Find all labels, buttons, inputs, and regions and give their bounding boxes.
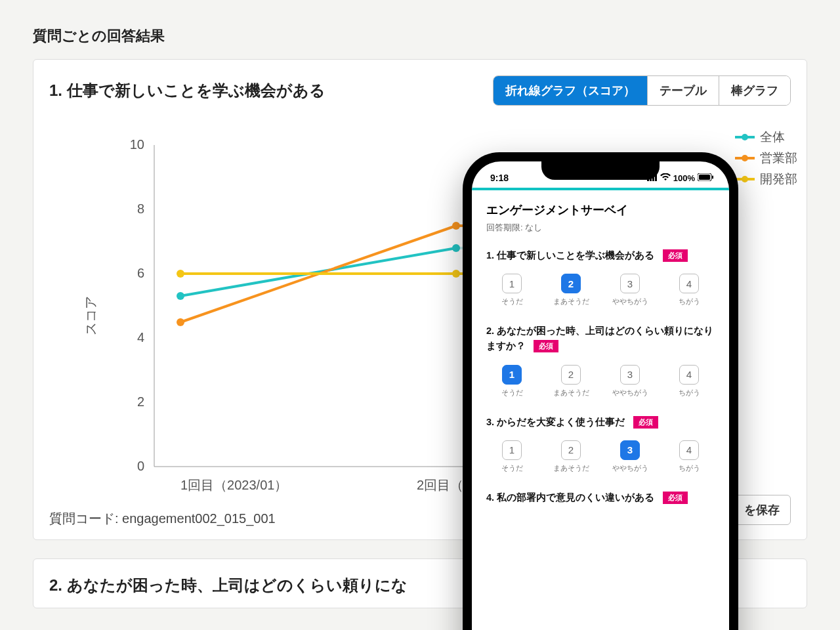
- survey-q1-text: 1. 仕事で新しいことを学ぶ機会がある: [486, 250, 654, 261]
- legend-label-sales: 営業部: [760, 150, 797, 167]
- wifi-icon: [660, 173, 671, 183]
- y-axis-label: スコア: [83, 296, 98, 335]
- required-badge: 必須: [534, 340, 558, 352]
- phone-notch: [541, 161, 660, 180]
- svg-text:1回目（2023/01）: 1回目（2023/01）: [180, 478, 287, 492]
- legend-swatch-all: [735, 136, 755, 138]
- battery-icon: [698, 173, 713, 183]
- svg-text:6: 6: [137, 266, 144, 280]
- svg-text:0: 0: [137, 459, 144, 473]
- survey-q4-text: 4. 私の部署内で意見のくい違いがある: [486, 492, 654, 503]
- svg-text:4: 4: [137, 330, 144, 345]
- svg-rect-25: [712, 175, 713, 178]
- tab-bar[interactable]: 棒グラフ: [719, 76, 790, 105]
- chart-legend: 全体 営業部 開発部: [735, 129, 797, 192]
- page-title: 質問ごとの回答結果: [33, 26, 807, 46]
- survey-q2: 2. あなたが困った時、上司はどのくらい頼りになりますか？ 必須 1そうだ 2ま…: [486, 324, 715, 397]
- q2-opt-3[interactable]: 3: [620, 365, 640, 385]
- phone-mockup: 9:18 100% エンゲージメントサーベイ 回答期限: なし 1. 仕事で新し…: [463, 152, 738, 630]
- tab-line[interactable]: 折れ線グラフ（スコア）: [494, 76, 647, 105]
- svg-point-16: [177, 270, 184, 278]
- q3-opt-2[interactable]: 2: [561, 440, 581, 460]
- battery-text: 100%: [673, 173, 695, 183]
- legend-swatch-sales: [735, 157, 755, 159]
- q1-opt-3[interactable]: 3: [620, 274, 640, 293]
- q2-opt-1[interactable]: 1: [502, 365, 522, 385]
- svg-text:2: 2: [137, 394, 144, 409]
- tab-table[interactable]: テーブル: [647, 76, 719, 105]
- svg-rect-24: [699, 175, 710, 180]
- svg-text:8: 8: [137, 201, 144, 216]
- phone-time: 9:18: [490, 173, 509, 183]
- q3-opt-4[interactable]: 4: [679, 440, 699, 460]
- survey-title: エンゲージメントサーベイ: [486, 202, 715, 218]
- question-title: 1. 仕事で新しいことを学ぶ機会がある: [49, 80, 326, 101]
- q2-opt-4[interactable]: 4: [679, 365, 699, 385]
- legend-label-dev: 開発部: [760, 171, 797, 188]
- survey-q3: 3. からだを大変よく使う仕事だ 必須 1そうだ 2まあそうだ 3ややちがう 4…: [486, 415, 715, 473]
- survey-deadline: 回答期限: なし: [486, 222, 715, 234]
- q1-opt-4[interactable]: 4: [679, 274, 699, 293]
- survey-q3-text: 3. からだを大変よく使う仕事だ: [486, 417, 625, 427]
- survey-q2-text: 2. あなたが困った時、上司はどのくらい頼りになりますか？: [486, 326, 713, 351]
- save-button[interactable]: を保存: [733, 495, 791, 525]
- q3-opt-1[interactable]: 1: [502, 440, 522, 460]
- series-all: [180, 248, 456, 296]
- chart-tabs: 折れ線グラフ（スコア） テーブル 棒グラフ: [493, 75, 791, 106]
- legend-label-all: 全体: [760, 129, 785, 146]
- svg-point-13: [177, 318, 184, 326]
- required-badge: 必須: [663, 249, 688, 262]
- required-badge: 必須: [633, 416, 658, 429]
- q2-opt-2[interactable]: 2: [561, 365, 581, 385]
- q3-opt-3[interactable]: 3: [620, 440, 640, 460]
- q1-opt-2[interactable]: 2: [561, 274, 581, 293]
- survey-q1: 1. 仕事で新しいことを学ぶ機会がある 必須 1そうだ 2まあそうだ 3ややちが…: [486, 248, 715, 306]
- q1-opt-1[interactable]: 1: [502, 274, 522, 293]
- survey-q4: 4. 私の部署内で意見のくい違いがある 必須: [486, 490, 715, 505]
- legend-swatch-dev: [735, 178, 755, 180]
- required-badge: 必須: [663, 492, 688, 504]
- svg-point-10: [177, 292, 184, 300]
- svg-text:10: 10: [130, 137, 144, 152]
